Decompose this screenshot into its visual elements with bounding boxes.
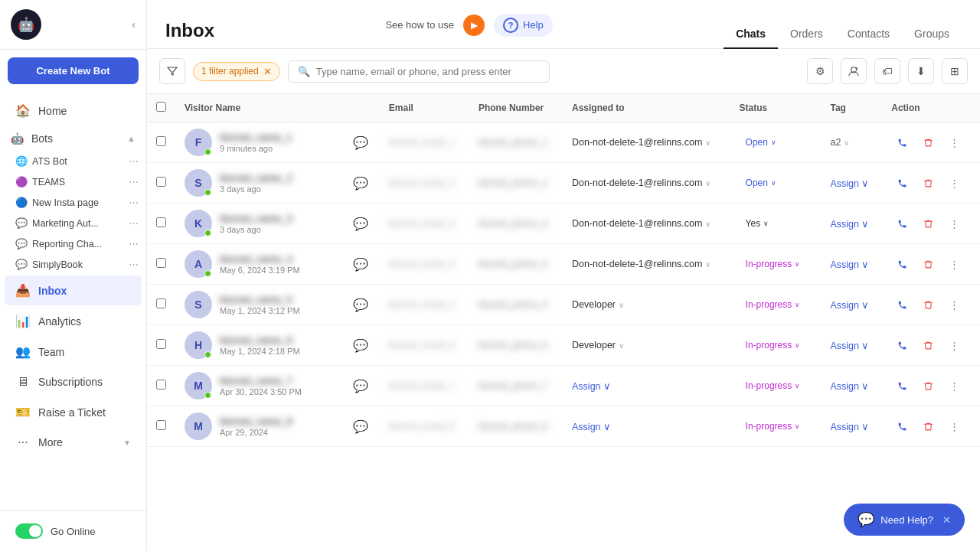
row-more-button[interactable]: ⋮ [943,375,965,396]
bot-more-icon[interactable]: ⋯ [129,197,139,208]
delete-button[interactable] [917,132,939,153]
tag-assign-btn[interactable]: Assign ∨ [830,299,869,311]
tag-assign-btn[interactable]: Assign ∨ [830,218,869,230]
tag-button[interactable]: 🏷 [874,58,900,84]
bot-more-icon[interactable]: ⋯ [129,238,139,249]
select-all-checkbox[interactable] [156,102,166,112]
assigned-dropdown[interactable]: ∨ [705,220,710,228]
row-checkbox[interactable] [156,258,166,268]
assigned-dropdown[interactable]: ∨ [705,139,710,147]
assigned-assign-btn[interactable]: Assign ∨ [572,380,611,392]
call-button[interactable] [891,253,913,275]
call-button[interactable] [891,416,913,437]
status-badge[interactable]: In-progress ∨ [740,298,807,311]
status-badge[interactable]: In-progress ∨ [740,379,807,393]
bot-item-simplybook[interactable]: 💬 SimplyBook ⋯ [0,254,146,275]
call-button[interactable] [891,334,913,356]
tag-assign-btn[interactable]: Assign ∨ [830,340,869,351]
tag-dropdown[interactable]: ∨ [844,139,849,147]
search-box[interactable]: 🔍 [288,60,550,83]
sidebar-item-more[interactable]: ··· More ▼ [5,428,142,457]
sidebar-item-bots[interactable]: 🤖 Bots ▲ [0,126,146,151]
sidebar-item-team[interactable]: 👥 Team [5,337,142,367]
row-checkbox[interactable] [156,380,166,390]
sidebar-item-raise-ticket[interactable]: 🎫 Raise a Ticket [5,397,142,427]
bot-item-reporting[interactable]: 💬 Reporting Cha... ⋯ [0,233,146,254]
sidebar-collapse-btn[interactable]: ‹ [132,18,136,31]
settings-icon-button[interactable]: ⚙ [807,58,833,84]
row-checkbox[interactable] [156,420,166,430]
assigned-assign-btn[interactable]: Assign ∨ [572,421,611,432]
call-button[interactable] [891,294,913,315]
row-more-button[interactable]: ⋮ [943,294,965,315]
tab-groups[interactable]: Groups [902,21,962,49]
online-toggle-switch[interactable] [15,523,43,539]
sidebar-item-inbox[interactable]: 📥 Inbox [5,276,142,305]
go-online-toggle[interactable]: Go Online [8,519,139,543]
help-bubble-close-button[interactable]: ✕ [942,514,951,526]
filter-clear-button[interactable]: ✕ [263,66,272,77]
play-button[interactable]: ▶ [463,15,485,36]
status-badge[interactable]: In-progress ∨ [740,338,807,352]
help-button[interactable]: ? Help [494,14,553,37]
row-checkbox[interactable] [156,136,166,146]
call-button[interactable] [891,172,913,194]
online-indicator [204,392,211,399]
row-checkbox[interactable] [156,298,166,308]
tab-contacts[interactable]: Contacts [835,21,902,49]
delete-button[interactable] [917,253,939,275]
status-badge[interactable]: Open ∨ [740,176,782,190]
download-button[interactable]: ⬇ [908,58,934,84]
bot-item-ats[interactable]: 🌐 ATS Bot ⋯ [0,151,146,171]
create-new-bot-button[interactable]: Create New Bot [8,57,139,84]
delete-button[interactable] [917,375,939,396]
bot-item-teams[interactable]: 🟣 TEAMS ⋯ [0,171,146,192]
bot-item-marketing[interactable]: 💬 Marketing Aut... ⋯ [0,213,146,233]
sidebar-item-analytics[interactable]: 📊 Analytics [5,306,142,336]
bot-more-icon[interactable]: ⋯ [129,176,139,187]
status-badge[interactable]: In-progress ∨ [740,419,807,433]
row-more-button[interactable]: ⋮ [943,132,965,153]
tag-assign-btn[interactable]: Assign ∨ [830,421,869,432]
row-more-button[interactable]: ⋮ [943,172,965,194]
tab-chats[interactable]: Chats [724,21,778,49]
sidebar-item-home[interactable]: 🏠 Home [5,96,142,126]
bot-item-insta[interactable]: 🔵 New Insta page ⋯ [0,192,146,213]
visitor-info: blurred_name_6 May 1, 2024 2:18 PM [220,334,300,356]
sidebar-item-subscriptions[interactable]: 🖥 Subscriptions [5,367,142,396]
row-checkbox[interactable] [156,339,166,349]
call-button[interactable] [891,375,913,396]
row-checkbox[interactable] [156,217,166,227]
filter-button[interactable] [159,58,185,84]
call-button[interactable] [891,132,913,153]
row-more-button[interactable]: ⋮ [943,334,965,356]
bot-more-icon[interactable]: ⋯ [129,217,139,229]
row-more-button[interactable]: ⋮ [943,213,965,234]
row-checkbox[interactable] [156,177,166,187]
bot-more-icon[interactable]: ⋯ [129,259,139,270]
delete-button[interactable] [917,294,939,315]
search-input[interactable] [316,66,540,77]
tag-assign-btn[interactable]: Assign ∨ [830,178,869,189]
row-more-button[interactable]: ⋮ [943,416,965,437]
row-more-button[interactable]: ⋮ [943,253,965,275]
status-badge[interactable]: Open ∨ [740,135,782,149]
delete-button[interactable] [917,334,939,356]
tag-assign-btn[interactable]: Assign ∨ [830,380,869,392]
assigned-dropdown[interactable]: ∨ [705,260,710,269]
status-badge[interactable]: Yes ∨ [740,217,776,230]
assign-agent-button[interactable] [841,58,867,84]
assigned-dropdown[interactable]: ∨ [619,341,624,350]
help-bubble[interactable]: 💬 Need Help? ✕ [844,504,965,536]
call-button[interactable] [891,213,913,234]
tag-assign-btn[interactable]: Assign ∨ [830,259,869,270]
assigned-dropdown[interactable]: ∨ [705,179,710,187]
delete-button[interactable] [917,213,939,234]
tab-orders[interactable]: Orders [778,21,835,49]
delete-button[interactable] [917,172,939,194]
bot-more-icon[interactable]: ⋯ [129,155,139,167]
assigned-dropdown[interactable]: ∨ [619,301,624,309]
status-badge[interactable]: In-progress ∨ [740,257,807,271]
grid-view-button[interactable]: ⊞ [942,58,968,84]
delete-button[interactable] [917,416,939,437]
